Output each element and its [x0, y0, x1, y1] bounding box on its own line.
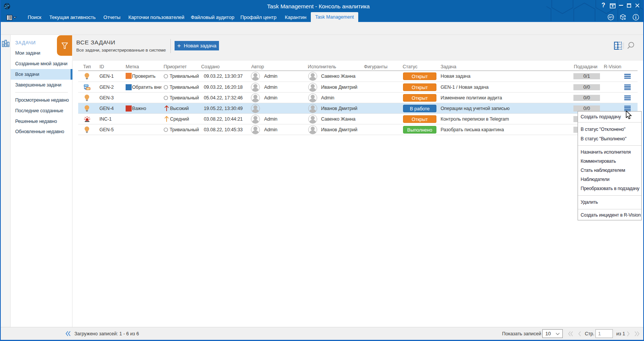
svg-text:API: API [609, 16, 613, 19]
